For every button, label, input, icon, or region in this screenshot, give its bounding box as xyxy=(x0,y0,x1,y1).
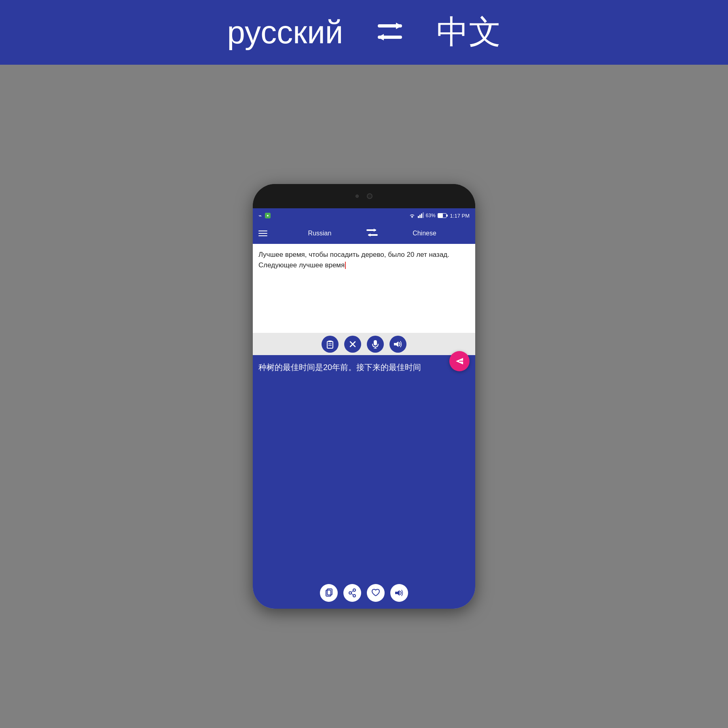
clipboard-button[interactable] xyxy=(322,336,339,353)
banner-swap-icon[interactable] xyxy=(376,20,404,44)
output-container: 种树的最佳时间是20年前。接下来的最佳时间 xyxy=(253,355,475,609)
svg-marker-3 xyxy=(378,34,384,40)
send-translate-button[interactable] xyxy=(449,351,470,371)
output-area: 种树的最佳时间是20年前。接下来的最佳时间 xyxy=(253,355,475,580)
output-text: 种树的最佳时间是20年前。接下来的最佳时间 xyxy=(258,361,470,374)
phone-camera xyxy=(367,193,372,199)
phone: ⌁ ● xyxy=(253,184,475,609)
svg-point-29 xyxy=(353,595,356,597)
battery-percent: 63% xyxy=(426,213,436,218)
clear-button[interactable] xyxy=(344,336,361,353)
target-lang-selector[interactable]: Chinese xyxy=(379,230,470,237)
input-speaker-button[interactable] xyxy=(389,336,406,353)
usb-icon: ⌁ xyxy=(258,212,262,219)
swap-languages-button[interactable] xyxy=(365,228,379,239)
app-icon: ● xyxy=(265,213,271,218)
svg-rect-5 xyxy=(418,216,419,218)
svg-marker-10 xyxy=(374,229,376,232)
input-actions xyxy=(253,333,475,355)
output-share-button[interactable] xyxy=(343,584,361,602)
time-display: 1:17 PM xyxy=(450,213,470,219)
output-actions xyxy=(253,580,475,609)
svg-point-27 xyxy=(353,589,356,591)
main-content: Лучшее время, чтобы посадить дерево, был… xyxy=(253,244,475,609)
svg-rect-19 xyxy=(374,340,377,345)
svg-rect-6 xyxy=(419,215,421,218)
svg-point-4 xyxy=(411,216,413,218)
svg-marker-32 xyxy=(395,590,400,596)
phone-speaker xyxy=(356,195,359,198)
text-cursor xyxy=(345,262,346,269)
input-text[interactable]: Лучшее время, чтобы посадить дерево, был… xyxy=(258,250,470,270)
svg-rect-8 xyxy=(423,212,424,218)
wifi-icon xyxy=(409,212,415,219)
banner-source-lang: русский xyxy=(227,14,343,51)
svg-rect-14 xyxy=(328,341,332,342)
svg-line-31 xyxy=(351,594,353,595)
status-left-icons: ⌁ ● xyxy=(258,212,271,219)
top-banner: русский 中文 xyxy=(0,0,728,65)
menu-button[interactable] xyxy=(258,231,275,236)
svg-rect-13 xyxy=(327,341,333,348)
phone-area: ⌁ ● xyxy=(0,65,728,728)
svg-marker-12 xyxy=(368,233,370,237)
source-lang-selector[interactable]: Russian xyxy=(275,230,365,237)
output-copy-button[interactable] xyxy=(320,584,338,602)
signal-icon xyxy=(417,212,424,219)
phone-top-hardware xyxy=(253,184,475,208)
svg-rect-7 xyxy=(421,214,422,218)
banner-target-lang: 中文 xyxy=(436,11,501,54)
status-right-info: 63% 1:17 PM xyxy=(409,212,470,219)
output-speaker-button[interactable] xyxy=(390,584,408,602)
input-area[interactable]: Лучшее время, чтобы посадить дерево, был… xyxy=(253,244,475,333)
svg-point-28 xyxy=(349,592,351,594)
svg-marker-22 xyxy=(394,341,398,347)
svg-marker-1 xyxy=(396,23,402,29)
svg-line-30 xyxy=(351,591,353,593)
mic-button[interactable] xyxy=(367,336,384,353)
output-favorite-button[interactable] xyxy=(367,584,385,602)
phone-screen: ⌁ ● xyxy=(253,208,475,609)
battery-icon xyxy=(438,213,447,218)
app-toolbar: Russian Chinese xyxy=(253,223,475,244)
status-bar: ⌁ ● xyxy=(253,208,475,223)
